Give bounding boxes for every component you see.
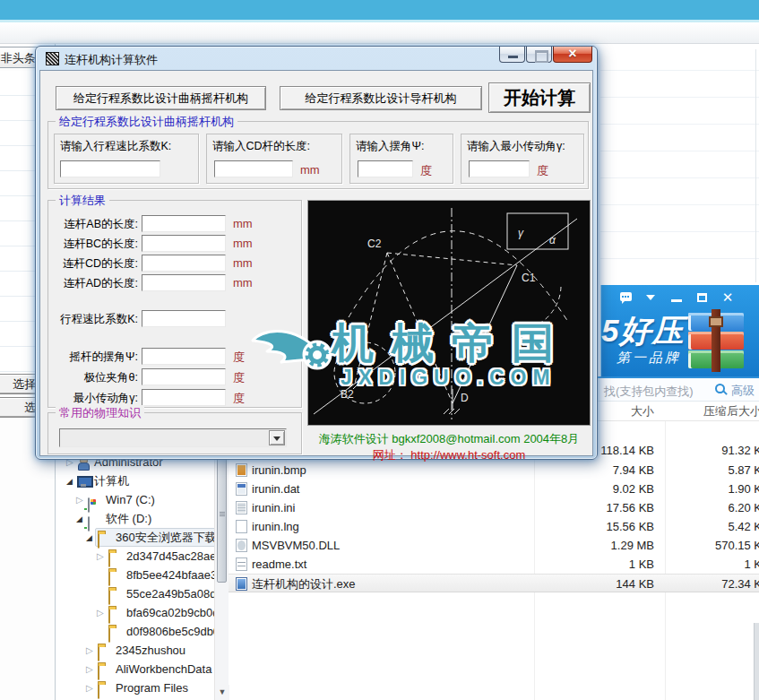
maximize-button[interactable]: [693, 290, 712, 306]
field-panel-k: 请输入行程速比系数K:: [54, 134, 199, 184]
dat-file-icon: [236, 482, 247, 496]
background-window-edge: [754, 623, 759, 700]
tree-item-2345zhushou[interactable]: ▷ 2345zhushou: [56, 642, 57, 660]
result-bc-length[interactable]: [142, 235, 226, 252]
physics-group-title: 常用的物理知识: [56, 405, 144, 421]
folder-icon: [108, 590, 110, 605]
file-size: 15.56 KB: [538, 517, 654, 536]
tree-scrollbar[interactable]: ▲ ▼: [214, 421, 229, 700]
field-panel-gamma: 请输入最小传动角γ: 度: [461, 134, 584, 184]
file-packed-size: 5.87 K: [668, 461, 759, 480]
expand-arrow-icon[interactable]: ▷: [97, 604, 108, 622]
tree-item-hash-folder[interactable]: 55ce2a49b5a08d5: [56, 585, 57, 603]
bmp-file-icon: [236, 463, 247, 477]
minimize-button[interactable]: [499, 47, 525, 63]
search-input[interactable]: 找(支持包内查找): [604, 384, 694, 400]
result-group-title: 计算结果: [56, 193, 109, 209]
input-min-transmission-angle[interactable]: [469, 160, 530, 177]
advanced-search-link[interactable]: 高级: [731, 383, 755, 399]
label-d: D: [461, 392, 469, 404]
file-packed-size: 1.90 K: [668, 480, 759, 498]
start-calculation-button[interactable]: 开始计算: [488, 82, 591, 113]
file-row[interactable]: irunin.ini 17.56 KB 6.20 K: [229, 498, 759, 517]
tree-item-program-files[interactable]: ▷ Program Files: [56, 679, 57, 697]
collapse-arrow-icon[interactable]: ◢: [86, 529, 97, 547]
tree-item-hash-folder[interactable]: ▷ 2d347d45ac28aec: [56, 548, 57, 566]
app-icon: [46, 52, 59, 69]
folder-icon: [108, 627, 110, 643]
maximize-button[interactable]: [526, 47, 552, 63]
tree-item-360-download[interactable]: ◢ 360安全浏览器下载: [56, 529, 57, 547]
expand-arrow-icon[interactable]: ▷: [97, 548, 108, 566]
file-packed-size: 72.34 K: [668, 575, 759, 593]
result-min-transmission-angle[interactable]: [142, 389, 226, 406]
file-row[interactable]: irunin.bmp 7.94 KB 5.87 K: [229, 461, 759, 480]
scrollbar-thumb[interactable]: [217, 446, 227, 583]
file-size: 7.94 KB: [538, 461, 654, 480]
close-button[interactable]: ✕: [718, 290, 737, 306]
file-row[interactable]: irunin.lng 15.56 KB 5.42 K: [229, 517, 759, 536]
input-groupbox: 给定行程系数比设计曲柄摇杆机构 请输入行程速比系数K: 请输入CD杆的长度: m…: [47, 121, 589, 189]
input-swing-angle[interactable]: [358, 160, 413, 177]
drive-c-icon: [88, 497, 90, 513]
tree-item-hash-folder[interactable]: ▷ bfa69ca02b9cb0d: [56, 604, 57, 622]
file-name: 连杆机构的设计.exe: [252, 575, 356, 593]
result-swing-angle[interactable]: [142, 348, 226, 365]
design-guide-bar-button[interactable]: 给定行程系数比设计导杆机构: [280, 86, 482, 110]
file-size: 144 KB: [538, 575, 654, 593]
expand-arrow-icon[interactable]: ▷: [86, 661, 97, 678]
linkage-calculator-dialog: 连杆机构计算软件 给定行程系数比设计曲柄摇杆机构 给定行程系数比设计导杆机构 开…: [35, 46, 598, 460]
menu-caret-icon[interactable]: [642, 290, 661, 306]
tree-item-hash-folder[interactable]: 8fb5ee424bfaae3: [56, 566, 57, 584]
label-gamma: γ: [518, 227, 524, 239]
result-k-ratio[interactable]: [142, 310, 226, 327]
credit-line: 海涛软件设计 bgkxf2008@hotmail.com 2004年8月: [307, 431, 591, 447]
background-list-rows: [600, 44, 759, 285]
file-name: MSVBVM50.DLL: [252, 536, 340, 555]
column-packed-size[interactable]: 压缩后大小: [668, 403, 759, 419]
folder-icon: [98, 533, 99, 549]
expand-arrow-icon[interactable]: ▷: [86, 679, 97, 697]
file-row[interactable]: irunin.dat 9.02 KB 1.90 K: [229, 480, 759, 498]
background-toolbar-band: [0, 22, 759, 44]
expand-arrow-icon[interactable]: ▷: [76, 491, 87, 509]
label-c1: C1: [522, 272, 536, 284]
website-line: 网址： http://www.ht-soft.com: [307, 447, 591, 463]
collapse-arrow-icon[interactable]: ◢: [66, 472, 77, 490]
result-groupbox: 计算结果 连杆AB的长度: mm 连杆BC的长度: mm 连杆CD的长度: mm: [47, 200, 302, 408]
close-button[interactable]: [553, 47, 592, 63]
minimize-button[interactable]: [668, 290, 687, 306]
chevron-down-icon[interactable]: [269, 430, 285, 445]
scroll-down-icon[interactable]: ▼: [215, 685, 229, 700]
result-ad-length[interactable]: [142, 274, 226, 291]
file-name: readme.txt: [252, 555, 306, 574]
tree-item-drive-c[interactable]: ▷ Win7 (C:): [56, 491, 57, 509]
expand-arrow-icon[interactable]: ▷: [86, 642, 97, 660]
input-k[interactable]: [60, 160, 160, 177]
tree-item-aliworkbench[interactable]: ▷ AliWorkbenchData: [56, 661, 57, 678]
feedback-icon[interactable]: [617, 290, 636, 306]
file-packed-size: 91.32 K: [668, 441, 759, 460]
folder-icon: [108, 571, 110, 586]
file-row-selected[interactable]: 连杆机构的设计.exe 144 KB 72.34 K: [229, 574, 759, 592]
haozip-books-icon: [688, 309, 751, 372]
result-cd-length[interactable]: [142, 255, 226, 272]
haozip-slogan: 第一品牌: [617, 350, 681, 367]
dll-file-icon: [236, 539, 247, 552]
result-ab-length[interactable]: [142, 215, 226, 232]
tree-item-hash-folder[interactable]: d0f9806be5c9db0: [56, 623, 57, 641]
unit-label: 度: [420, 163, 432, 179]
design-crank-rocker-button[interactable]: 给定行程系数比设计曲柄摇杆机构: [56, 86, 266, 110]
physics-dropdown[interactable]: [59, 428, 287, 447]
result-extreme-angle[interactable]: [142, 368, 226, 385]
tree-item-drive-d[interactable]: ◢ 软件 (D:): [56, 510, 57, 528]
input-cd-length[interactable]: [214, 160, 293, 177]
collapse-arrow-icon[interactable]: ◢: [76, 510, 87, 528]
folder-tree-pane: ▷ Administrator ◢ 计算机 ▷ Win7 (C:) ◢ 软件 (…: [56, 421, 229, 700]
file-row[interactable]: MSVBVM50.DLL 1.29 MB 570.15 K: [229, 536, 759, 555]
search-icon[interactable]: [715, 384, 725, 393]
file-row[interactable]: readme.txt 1 KB 1 K: [229, 555, 759, 574]
folder-icon: [108, 609, 110, 624]
file-packed-size: 570.15 K: [668, 536, 759, 555]
dialog-client-area: 给定行程系数比设计曲柄摇杆机构 给定行程系数比设计导杆机构 开始计算 给定行程系…: [39, 70, 593, 456]
